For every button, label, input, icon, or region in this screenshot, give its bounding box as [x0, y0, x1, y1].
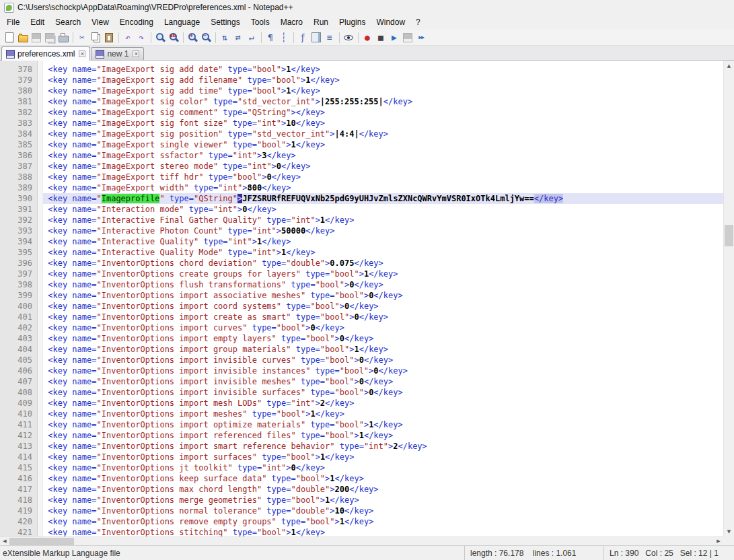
- menu-help[interactable]: ?: [410, 16, 426, 28]
- xml-attr-value: InventorOptions jt toolkit: [102, 463, 228, 473]
- menu-search[interactable]: Search: [50, 16, 86, 28]
- xml-quote: ": [272, 517, 277, 526]
- code-line: <key name="InventorOptions create groups…: [43, 269, 734, 279]
- scroll-left-arrow-icon[interactable]: ◀: [0, 537, 9, 545]
- xml-attr-name: type=: [209, 97, 237, 106]
- xml-attr-value: "bool": [325, 355, 354, 365]
- menu-macro[interactable]: Macro: [275, 16, 308, 28]
- xml-tag-bracket: >: [277, 226, 281, 236]
- zoom-out-icon[interactable]: −: [200, 32, 212, 44]
- menu-window[interactable]: Window: [371, 16, 410, 28]
- save-all-icon[interactable]: [44, 32, 56, 44]
- menu-file[interactable]: File: [1, 16, 25, 28]
- play-macro-icon[interactable]: ▶: [388, 32, 400, 44]
- xml-quote: ": [96, 237, 101, 246]
- xml-attr-name: name=: [72, 517, 96, 526]
- sync-vertical-scroll-icon[interactable]: ⇅: [219, 32, 231, 44]
- scroll-up-arrow-icon[interactable]: ▲: [724, 61, 734, 71]
- xml-attr-value: InventorOptions import meshes: [102, 409, 243, 419]
- zoom-in-icon[interactable]: +: [186, 32, 198, 44]
- menu-encoding[interactable]: Encoding: [114, 16, 159, 28]
- sync-horizontal-scroll-icon[interactable]: ⇄: [232, 32, 244, 44]
- tab-close-icon[interactable]: ×: [133, 50, 139, 57]
- stop-macro-icon[interactable]: ■: [375, 32, 387, 44]
- xml-quote: ": [96, 183, 101, 193]
- xml-quote: ": [286, 345, 291, 354]
- xml-quote: ": [96, 151, 101, 160]
- menu-run[interactable]: Run: [308, 16, 334, 28]
- menu-language[interactable]: Language: [159, 16, 205, 28]
- xml-attr-name: type=: [203, 151, 232, 160]
- xml-attr-name: name=: [72, 118, 96, 128]
- menu-plugins[interactable]: Plugins: [334, 16, 371, 28]
- open-file-icon[interactable]: [17, 32, 29, 44]
- monitoring-eye-icon[interactable]: [342, 32, 355, 44]
- xml-attr-name: type=: [277, 517, 305, 526]
- save-icon[interactable]: [30, 32, 42, 44]
- xml-attr-name: name=: [72, 345, 96, 354]
- run-macro-multiple-times-icon[interactable]: ▶▶: [415, 32, 427, 44]
- scroll-down-arrow-icon[interactable]: ▼: [724, 526, 734, 536]
- replace-icon[interactable]: ab: [168, 32, 180, 44]
- menu-tools[interactable]: Tools: [246, 16, 275, 28]
- vertical-scrollbar-thumb[interactable]: [725, 225, 733, 246]
- xml-tag-close: </key>: [364, 355, 393, 365]
- xml-attr-name: type=: [247, 409, 276, 419]
- line-number: 406: [0, 365, 37, 376]
- line-number: 403: [0, 333, 37, 344]
- tab-preferences-xml[interactable]: preferences.xml×: [1, 46, 90, 61]
- xml-text-value: 1: [359, 431, 364, 440]
- xml-attr-value: "int": [364, 442, 388, 451]
- xml-tag-bracket: >: [286, 528, 291, 537]
- tab-close-icon[interactable]: ×: [79, 50, 85, 57]
- word-wrap-icon[interactable]: ↵: [246, 32, 258, 44]
- horizontal-scrollbar[interactable]: ◀ ▶: [0, 536, 723, 545]
- horizontal-scrollbar-thumb[interactable]: [9, 538, 74, 545]
- xml-tag-open: <key: [43, 237, 72, 246]
- print-icon[interactable]: [57, 32, 69, 44]
- document-map-icon[interactable]: [310, 32, 322, 44]
- xml-attr-name: type=: [335, 442, 364, 451]
- xml-tag-bracket: >: [335, 517, 340, 526]
- new-file-icon[interactable]: [3, 32, 15, 44]
- xml-attr-name: type=: [189, 183, 218, 193]
- menu-edit[interactable]: Edit: [25, 16, 50, 28]
- tab-new-1[interactable]: new 1×: [91, 47, 144, 60]
- xml-attr-name: name=: [72, 420, 96, 429]
- find-icon[interactable]: [154, 32, 166, 44]
- copy-icon[interactable]: [89, 32, 102, 44]
- xml-attr-name: name=: [72, 194, 96, 203]
- xml-attr-value: InventorOptions import group materials: [102, 345, 287, 354]
- xml-attr-name: type=: [310, 366, 339, 376]
- toolbar-separator: [116, 32, 119, 43]
- document-list-icon[interactable]: ≡: [324, 32, 336, 44]
- code-area[interactable]: <key name="ImageExport sig add date" typ…: [43, 61, 734, 545]
- window-title: C:\Users\schockp\AppData\Roaming\VREDPro…: [17, 3, 293, 12]
- line-number: 385: [0, 139, 37, 150]
- xml-attr-value: "bool": [252, 65, 281, 74]
- show-all-characters-icon[interactable]: ¶: [264, 32, 277, 44]
- xml-attr-name: type=: [305, 388, 334, 397]
- xml-quote: ": [96, 86, 101, 96]
- indent-guide-icon[interactable]: ┆: [278, 32, 290, 44]
- xml-tag-close: </key>: [373, 291, 402, 300]
- scroll-right-arrow-icon[interactable]: ▶: [714, 537, 723, 545]
- xml-tag-bracket: >: [359, 269, 364, 279]
- xml-quote: ": [96, 431, 101, 440]
- menu-settings[interactable]: Settings: [205, 16, 245, 28]
- save-macro-icon[interactable]: [402, 32, 414, 44]
- xml-quote: ": [96, 355, 101, 365]
- menu-view[interactable]: View: [86, 16, 114, 28]
- vertical-scrollbar[interactable]: ▲ ▼: [723, 61, 734, 536]
- record-macro-icon[interactable]: ●: [361, 32, 373, 44]
- line-number: 399: [0, 290, 37, 301]
- redo-icon[interactable]: ↷: [135, 32, 147, 44]
- function-list-icon[interactable]: ƒ: [297, 32, 309, 44]
- xml-attr-name: type=: [266, 474, 295, 483]
- paste-icon[interactable]: [103, 32, 115, 44]
- cut-icon[interactable]: ✂: [76, 32, 88, 44]
- undo-icon[interactable]: ↶: [122, 32, 134, 44]
- line-number: 420: [0, 516, 37, 527]
- line-number: 414: [0, 452, 37, 462]
- xml-attr-name: type=: [262, 495, 291, 505]
